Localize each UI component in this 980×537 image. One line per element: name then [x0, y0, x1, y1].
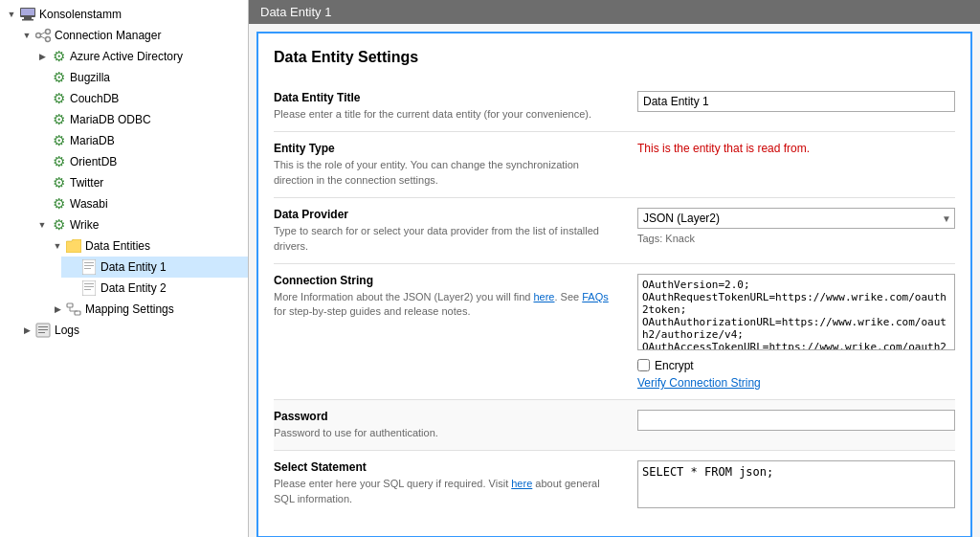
- sidebar-label-bugzilla: Bugzilla: [70, 71, 110, 84]
- main-titlebar: Data Entity 1: [249, 0, 980, 24]
- desc-cs-middle: . See: [555, 291, 583, 302]
- encrypt-checkbox[interactable]: [637, 359, 650, 371]
- desc-ss-prefix: Please enter here your SQL query if requ…: [274, 478, 511, 489]
- sidebar-item-data-entity-1[interactable]: Data Entity 1: [61, 257, 248, 278]
- control-col-entity-title: [637, 91, 955, 112]
- svg-rect-1: [21, 9, 34, 15]
- sidebar-item-twitter[interactable]: ⚙ Twitter: [31, 172, 248, 193]
- svg-line-8: [41, 36, 46, 39]
- sidebar-item-data-entities[interactable]: Data Entities: [46, 235, 248, 257]
- gear-mariadb-icon: ⚙: [50, 132, 67, 149]
- sidebar-item-mapping-settings[interactable]: Mapping Settings: [46, 299, 248, 320]
- label-col-entity-type: Entity Type This is the role of your ent…: [274, 142, 637, 188]
- sidebar-label-de2: Data Entity 2: [100, 281, 167, 295]
- desc-cs-here-link[interactable]: here: [533, 291, 554, 302]
- sidebar-item-wrike[interactable]: ⚙ Wrike: [31, 214, 248, 235]
- data-provider-select-wrapper: JSON (Layer2) ▼: [637, 208, 955, 229]
- expand-wrike[interactable]: [34, 220, 50, 230]
- svg-point-4: [36, 34, 41, 38]
- label-col-connection-string: Connection String More Information about…: [274, 274, 637, 320]
- sidebar-item-bugzilla[interactable]: ⚙ Bugzilla: [31, 67, 248, 88]
- section-select-statement: Select Statement Please enter here your …: [274, 451, 955, 521]
- svg-rect-17: [67, 303, 73, 307]
- encrypt-row: Encrypt: [637, 359, 955, 372]
- label-password: Password: [274, 410, 618, 423]
- gear-wrike-icon: ⚙: [50, 216, 67, 234]
- gear-mariadbodbc-icon: ⚙: [50, 111, 67, 128]
- verify-connection-link[interactable]: Verify Connection String: [637, 376, 955, 390]
- mapping-icon: [65, 301, 82, 318]
- connection-string-textarea[interactable]: OAuthVersion=2.0; OAuthRequestTokenURL=h…: [637, 274, 955, 350]
- section-entity-title: Data Entity Title Please enter a title f…: [274, 81, 955, 132]
- sidebar-label-logs: Logs: [55, 324, 79, 337]
- sidebar: Konsolenstamm Connection Manager ⚙ Azure…: [0, 0, 249, 537]
- entity-type-value: This is the entity that is read from.: [637, 142, 810, 155]
- sidebar-label-mariadb-odbc: MariaDB ODBC: [70, 113, 151, 126]
- label-col-password: Password Password to use for authenticat…: [274, 410, 637, 440]
- expand-connection-manager[interactable]: [19, 31, 34, 40]
- svg-rect-2: [24, 17, 32, 19]
- control-col-data-provider: JSON (Layer2) ▼ Tags: Knack: [637, 208, 955, 244]
- sidebar-item-wasabi[interactable]: ⚙ Wasabi: [31, 193, 248, 214]
- sidebar-label-mariadb: MariaDB: [70, 134, 115, 147]
- sidebar-item-mariadb[interactable]: ⚙ MariaDB: [31, 130, 248, 151]
- label-col-entity-title: Data Entity Title Please enter a title f…: [274, 91, 637, 122]
- encrypt-label: Encrypt: [655, 359, 694, 372]
- svg-rect-16: [84, 289, 91, 290]
- section-entity-type: Entity Type This is the role of your ent…: [274, 132, 955, 198]
- sidebar-item-data-entity-2[interactable]: Data Entity 2: [61, 278, 248, 299]
- connection-manager-label: Connection Manager: [55, 29, 161, 42]
- sidebar-item-orientdb[interactable]: ⚙ OrientDB: [31, 151, 248, 172]
- gear-azure-icon: ⚙: [50, 48, 67, 65]
- desc-cs-faqs-link[interactable]: FAQs: [582, 291, 609, 302]
- gear-couchdb-icon: ⚙: [50, 90, 67, 107]
- section-password: Password Password to use for authenticat…: [274, 400, 955, 451]
- gear-wasabi-icon: ⚙: [50, 195, 67, 213]
- expand-mapping[interactable]: [50, 304, 65, 314]
- main-content: Data Entity Settings Data Entity Title P…: [249, 24, 980, 537]
- label-col-select-statement: Select Statement Please enter here your …: [274, 460, 637, 506]
- svg-rect-10: [84, 262, 94, 263]
- connection-manager-icon: [34, 27, 52, 44]
- page-de1-icon: [80, 258, 98, 276]
- control-col-password: [637, 410, 955, 431]
- settings-panel: Data Entity Settings Data Entity Title P…: [256, 32, 972, 537]
- desc-ss-here-link[interactable]: here: [511, 478, 532, 489]
- svg-rect-12: [84, 268, 91, 269]
- sidebar-label-data-entities: Data Entities: [85, 239, 150, 253]
- desc-cs-prefix: More Information about the JSON (Layer2)…: [274, 291, 533, 302]
- main-title: Data Entity 1: [260, 5, 331, 19]
- svg-rect-22: [38, 326, 48, 327]
- sidebar-label-wrike: Wrike: [70, 218, 99, 232]
- expand-azure[interactable]: [34, 52, 50, 61]
- label-entity-type: Entity Type: [274, 142, 618, 155]
- password-input[interactable]: [637, 410, 955, 431]
- label-data-provider: Data Provider: [274, 208, 618, 221]
- control-col-select-statement: SELECT * FROM json;: [637, 460, 955, 511]
- desc-connection-string: More Information about the JSON (Layer2)…: [274, 290, 618, 320]
- svg-line-7: [41, 33, 46, 35]
- expand-konsolenstamm[interactable]: [4, 10, 19, 19]
- sidebar-label-mapping: Mapping Settings: [85, 302, 174, 316]
- sidebar-item-konsolenstamm[interactable]: Konsolenstamm: [0, 4, 248, 25]
- expand-data-entities[interactable]: [50, 241, 65, 251]
- control-col-entity-type: This is the entity that is read from.: [637, 142, 955, 155]
- desc-data-provider: Type to search for or select your data p…: [274, 224, 618, 254]
- section-data-provider: Data Provider Type to search for or sele…: [274, 198, 955, 264]
- sidebar-item-logs[interactable]: Logs: [15, 320, 248, 341]
- entity-title-input[interactable]: [637, 91, 955, 112]
- sidebar-item-azure[interactable]: ⚙ Azure Active Directory: [31, 46, 248, 67]
- label-select-statement: Select Statement: [274, 460, 618, 474]
- svg-rect-14: [84, 283, 94, 284]
- sidebar-item-connection-manager[interactable]: Connection Manager: [15, 25, 248, 46]
- label-entity-title: Data Entity Title: [274, 91, 618, 104]
- svg-point-5: [46, 30, 51, 34]
- select-statement-textarea[interactable]: SELECT * FROM json;: [637, 460, 955, 508]
- data-provider-select[interactable]: JSON (Layer2): [637, 208, 955, 229]
- sidebar-label-couchdb: CouchDB: [70, 92, 119, 105]
- section-connection-string: Connection String More Information about…: [274, 264, 955, 400]
- sidebar-item-mariadb-odbc[interactable]: ⚙ MariaDB ODBC: [31, 109, 248, 130]
- gear-bugzilla-icon: ⚙: [50, 69, 67, 86]
- expand-logs[interactable]: [19, 325, 34, 335]
- sidebar-item-couchdb[interactable]: ⚙ CouchDB: [31, 88, 248, 109]
